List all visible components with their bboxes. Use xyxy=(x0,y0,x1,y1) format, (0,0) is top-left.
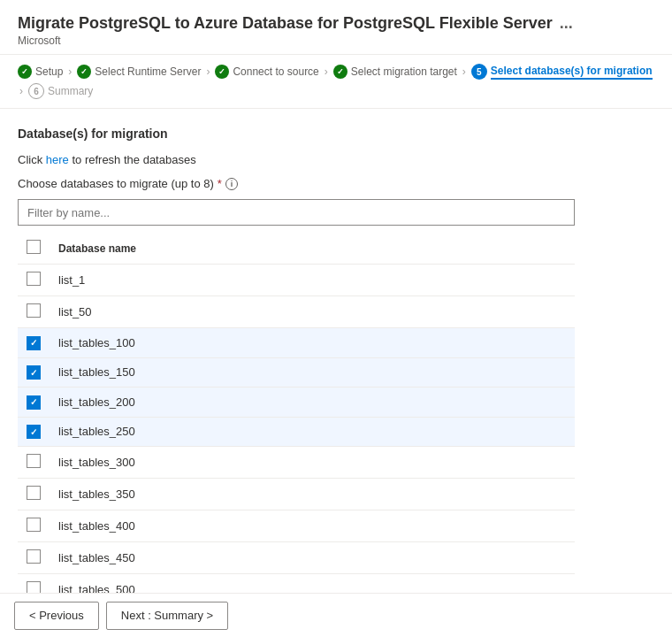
table-row: list_tables_250 xyxy=(18,417,575,447)
page-title: Migrate PostgreSQL to Azure Database for… xyxy=(18,14,553,33)
step-connect-label: Connect to source xyxy=(233,65,318,78)
table-row: list_tables_400 xyxy=(18,510,575,542)
db-name-cell-list_tables_200: list_tables_200 xyxy=(50,388,575,418)
step-runtime[interactable]: Select Runtime Server xyxy=(77,65,201,79)
db-name-cell-list_tables_150: list_tables_150 xyxy=(50,357,575,388)
step-select-databases-number: 5 xyxy=(471,64,487,80)
checkbox-cell-list_tables_250 xyxy=(18,417,50,447)
select-all-checkbox[interactable] xyxy=(27,240,41,254)
choose-label-text: Choose databases to migrate (up to 8) xyxy=(18,177,214,190)
table-row: list_tables_450 xyxy=(18,542,575,574)
table-row: list_50 xyxy=(18,296,575,328)
header-title-row: Migrate PostgreSQL to Azure Database for… xyxy=(18,14,654,33)
required-marker: * xyxy=(218,177,222,190)
step-setup[interactable]: Setup xyxy=(18,65,63,79)
refresh-pre: Click xyxy=(18,153,46,166)
refresh-link[interactable]: here xyxy=(46,153,69,166)
checkbox-list_50[interactable] xyxy=(27,303,41,318)
refresh-text: Click here to refresh the databases xyxy=(18,153,654,166)
section-title: Database(s) for migration xyxy=(18,127,654,141)
checkbox-list_tables_400[interactable] xyxy=(27,518,41,532)
database-table: Database name list_1list_50list_tables_1… xyxy=(18,233,575,637)
checkbox-list_tables_100[interactable] xyxy=(27,336,41,350)
step-summary-label: Summary xyxy=(48,85,93,97)
table-row: list_tables_100 xyxy=(18,328,575,358)
checkbox-cell-list_50 xyxy=(18,296,50,328)
step-runtime-label: Select Runtime Server xyxy=(95,65,201,78)
db-name-cell-list_tables_300: list_tables_300 xyxy=(50,447,575,479)
choose-label: Choose databases to migrate (up to 8) * … xyxy=(18,177,654,190)
step-migration-target-check-icon xyxy=(333,65,347,79)
table-row: list_tables_350 xyxy=(18,479,575,510)
step-runtime-check-icon xyxy=(77,65,91,79)
header: Migrate PostgreSQL to Azure Database for… xyxy=(0,0,672,55)
step-migration-target-label: Select migration target xyxy=(351,65,457,78)
wizard-steps: Setup › Select Runtime Server › Connect … xyxy=(0,55,672,109)
db-name-cell-list_tables_350: list_tables_350 xyxy=(50,479,575,510)
table-row: list_1 xyxy=(18,265,575,296)
step-connect[interactable]: Connect to source xyxy=(215,65,318,79)
checkbox-list_1[interactable] xyxy=(27,272,41,286)
checkbox-cell-list_tables_100 xyxy=(18,328,50,358)
step-sep-4: › xyxy=(462,65,466,78)
step-setup-label: Setup xyxy=(35,65,63,78)
db-name-cell-list_50: list_50 xyxy=(50,296,575,328)
step-sep-5: › xyxy=(19,85,23,97)
table-header-row: Database name xyxy=(18,233,575,265)
table-body: list_1list_50list_tables_100list_tables_… xyxy=(18,265,575,638)
header-subtitle: Microsoft xyxy=(18,35,654,47)
db-name-cell-list_tables_400: list_tables_400 xyxy=(50,510,575,542)
checkbox-list_tables_350[interactable] xyxy=(27,486,41,500)
ellipsis-menu[interactable]: ... xyxy=(560,14,573,33)
checkbox-list_tables_200[interactable] xyxy=(27,395,41,410)
step-setup-check-icon xyxy=(18,65,32,79)
table-row: list_tables_300 xyxy=(18,447,575,479)
checkbox-cell-list_tables_200 xyxy=(18,388,50,418)
checkbox-list_tables_250[interactable] xyxy=(27,425,41,439)
next-button[interactable]: Next : Summary > xyxy=(106,602,228,630)
table-row: list_tables_200 xyxy=(18,388,575,418)
step-connect-check-icon xyxy=(215,65,229,79)
table-row: list_tables_150 xyxy=(18,357,575,388)
checkbox-cell-list_1 xyxy=(18,265,50,296)
checkbox-list_tables_450[interactable] xyxy=(27,549,41,564)
header-checkbox-cell xyxy=(18,233,50,265)
page-container: Migrate PostgreSQL to Azure Database for… xyxy=(0,0,672,637)
step-summary-number: 6 xyxy=(28,83,44,99)
column-header-name: Database name xyxy=(50,233,575,265)
step-sep-1: › xyxy=(68,65,72,78)
db-name-cell-list_tables_100: list_tables_100 xyxy=(50,328,575,358)
prev-button[interactable]: < Previous xyxy=(14,602,99,630)
footer: < Previous Next : Summary > xyxy=(0,593,672,637)
refresh-post: to refresh the databases xyxy=(72,153,195,166)
checkbox-cell-list_tables_350 xyxy=(18,479,50,510)
db-name-cell-list_tables_250: list_tables_250 xyxy=(50,417,575,447)
step-sep-3: › xyxy=(325,65,328,78)
db-name-cell-list_tables_450: list_tables_450 xyxy=(50,542,575,574)
checkbox-list_tables_150[interactable] xyxy=(27,365,41,380)
step-migration-target[interactable]: Select migration target xyxy=(333,65,457,79)
main-content: Database(s) for migration Click here to … xyxy=(0,109,672,637)
checkbox-cell-list_tables_450 xyxy=(18,542,50,574)
step-select-databases-label: Select database(s) for migration xyxy=(491,65,653,80)
checkbox-cell-list_tables_400 xyxy=(18,510,50,542)
step-sep-2: › xyxy=(206,65,210,78)
filter-input[interactable] xyxy=(18,199,575,226)
checkbox-cell-list_tables_150 xyxy=(18,357,50,388)
db-name-cell-list_1: list_1 xyxy=(50,265,575,296)
info-icon[interactable]: i xyxy=(225,178,238,190)
step-select-databases[interactable]: 5 Select database(s) for migration xyxy=(471,64,653,80)
checkbox-cell-list_tables_300 xyxy=(18,447,50,479)
checkbox-list_tables_300[interactable] xyxy=(27,454,41,468)
step-summary[interactable]: 6 Summary xyxy=(28,83,93,99)
